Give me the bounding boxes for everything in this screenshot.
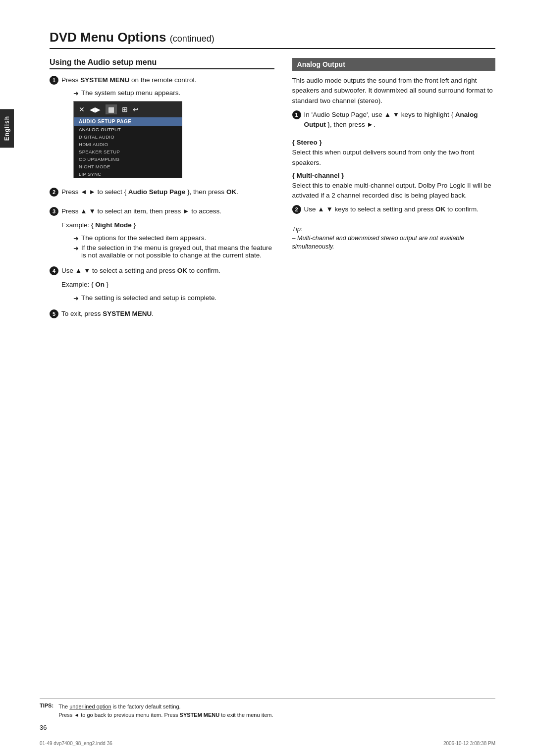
step-1-content: Press SYSTEM MENU on the remote control.… [61, 75, 274, 182]
step-3-arrow-2: ➜ If the selection in the menu is greyed… [73, 244, 274, 259]
right-column: Analog Output This audio mode outputs th… [292, 58, 495, 328]
step-5-content: To exit, press SYSTEM MENU. [61, 309, 274, 323]
step-1-text: Press SYSTEM MENU on the remote control. [61, 75, 274, 85]
menu-item-analog: ANALOG OUTPUT [74, 126, 182, 133]
menu-item-night: NIGHT MODE [74, 163, 182, 170]
step-2: 2 Press ◄ ► to select { Audio Setup Page… [50, 187, 274, 201]
right-step-1: 1 In 'Audio Setup Page', use ▲ ▼ keys to… [292, 110, 495, 134]
step-4-arrow-1-text: The setting is selected and setup is com… [81, 294, 216, 302]
stereo-heading: { Stereo } [292, 139, 495, 146]
right-step-2-text: Use ▲ ▼ keys to select a setting and pre… [304, 204, 495, 214]
footer-file-left: 01-49 dvp7400_98_eng2.indd 36 [40, 741, 112, 746]
right-step-1-text: In 'Audio Setup Page', use ▲ ▼ keys to h… [304, 110, 495, 130]
page-number: 36 [40, 724, 495, 731]
right-step-number-2: 2 [292, 205, 301, 214]
tips-content: The underlined option is the factory def… [58, 703, 273, 719]
step-2-content: Press ◄ ► to select { Audio Setup Page }… [61, 187, 274, 201]
menu-sim-header: AUDIO SETUP PAGE [74, 117, 182, 126]
page-title: DVD Menu Options (continued) [50, 30, 495, 49]
left-column: Using the Audio setup menu 1 Press SYSTE… [50, 58, 274, 328]
page-title-continued: (continued) [170, 34, 214, 44]
step-1-arrow-1-text: The system setup menu appears. [81, 89, 180, 97]
page-container: English DVD Menu Options (continued) Usi… [0, 0, 535, 756]
right-step-2: 2 Use ▲ ▼ keys to select a setting and p… [292, 204, 495, 218]
step-4-arrow-1: ➜ The setting is selected and setup is c… [73, 294, 274, 302]
multichannel-text: Select this to enable multi-channel outp… [292, 181, 495, 201]
side-tab-english: English [0, 109, 14, 148]
step-5: 5 To exit, press SYSTEM MENU. [50, 309, 274, 323]
tips-label: TIPS: [40, 703, 54, 719]
step-3-content: Press ▲ ▼ to select an item, then press … [61, 206, 274, 261]
stereo-text: Select this when output delivers sound f… [292, 148, 495, 168]
footer: TIPS: The underlined option is the facto… [40, 698, 495, 731]
menu-icon-return: ↩ [133, 105, 139, 113]
menu-icons-row: ✕ ◀▶ ▦ ⊞ ↩ [74, 101, 182, 117]
footer-file: 01-49 dvp7400_98_eng2.indd 36 2006-10-12… [40, 741, 495, 746]
arrow-icon-3: ➜ [73, 245, 79, 252]
step-1: 1 Press SYSTEM MENU on the remote contro… [50, 75, 274, 182]
step-3-arrow-1-text: The options for the selected item appear… [81, 234, 206, 242]
menu-item-hdmi: HDMI AUDIO [74, 141, 182, 148]
step-4: 4 Use ▲ ▼ to select a setting and press … [50, 266, 274, 304]
footer-tips: TIPS: The underlined option is the facto… [40, 698, 495, 719]
step-3-text: Press ▲ ▼ to select an item, then press … [61, 206, 274, 216]
step-5-text: To exit, press SYSTEM MENU. [61, 309, 274, 319]
step-number-2: 2 [50, 188, 58, 197]
step-number-3: 3 [50, 207, 58, 216]
step-number-4: 4 [50, 266, 58, 275]
analog-output-header: Analog Output [292, 58, 495, 71]
page-title-text: DVD Menu Options [50, 30, 166, 45]
menu-item-digital: DIGITAL AUDIO [74, 133, 182, 141]
two-column-layout: Using the Audio setup menu 1 Press SYSTE… [50, 58, 495, 328]
tip-section: Tip: – Multi-channel and downmixed stere… [292, 226, 495, 252]
multichannel-heading: { Multi-channel } [292, 172, 495, 179]
arrow-icon-4: ➜ [73, 295, 79, 302]
step-3-arrow-1: ➜ The options for the selected item appe… [73, 234, 274, 242]
menu-item-cd: CD UPSAMPLING [74, 155, 182, 163]
step-4-text: Use ▲ ▼ to select a setting and press OK… [61, 266, 274, 276]
underline-option: underlined option [69, 704, 111, 709]
tips-line-2: Press ◄ to go back to previous menu item… [58, 711, 273, 719]
step-1-arrow-1: ➜ The system setup menu appears. [73, 89, 274, 97]
menu-icon-dots: ⊞ [122, 105, 128, 113]
step-4-content: Use ▲ ▼ to select a setting and press OK… [61, 266, 274, 304]
arrow-icon-2: ➜ [73, 235, 79, 242]
tip-label: Tip: [292, 226, 495, 233]
right-step-2-content: Use ▲ ▼ keys to select a setting and pre… [304, 204, 495, 218]
arrow-icon: ➜ [73, 90, 79, 97]
step-4-example: Example: { On } [61, 280, 274, 290]
right-step-1-content: In 'Audio Setup Page', use ▲ ▼ keys to h… [304, 110, 495, 134]
tip-text: – Multi-channel and downmixed stereo out… [292, 234, 495, 252]
menu-simulation: ✕ ◀▶ ▦ ⊞ ↩ AUDIO SETUP PAGE ANALOG OUTPU… [73, 101, 182, 178]
menu-icon-x: ✕ [79, 105, 85, 113]
step-3-arrow-2-text: If the selection in the menu is greyed o… [81, 244, 274, 259]
menu-item-lip: LIP SYNC [74, 170, 182, 178]
menu-icon-audio: ◀▶ [90, 105, 101, 113]
step-number-1: 1 [50, 76, 58, 85]
tips-line-1: The underlined option is the factory def… [58, 703, 273, 711]
footer-file-right: 2006-10-12 3:08:38 PM [443, 741, 495, 746]
step-2-text: Press ◄ ► to select { Audio Setup Page }… [61, 187, 274, 197]
step-3-example: Example: { Night Mode } [61, 220, 274, 230]
analog-output-intro: This audio mode outputs the sound from t… [292, 76, 495, 106]
step-number-5: 5 [50, 309, 58, 318]
menu-icon-grid: ▦ [106, 104, 117, 114]
step-3: 3 Press ▲ ▼ to select an item, then pres… [50, 206, 274, 261]
section-heading-audio-setup: Using the Audio setup menu [50, 58, 274, 69]
right-step-number-1: 1 [292, 110, 301, 119]
menu-item-speaker: SPEAKER SETUP [74, 148, 182, 155]
